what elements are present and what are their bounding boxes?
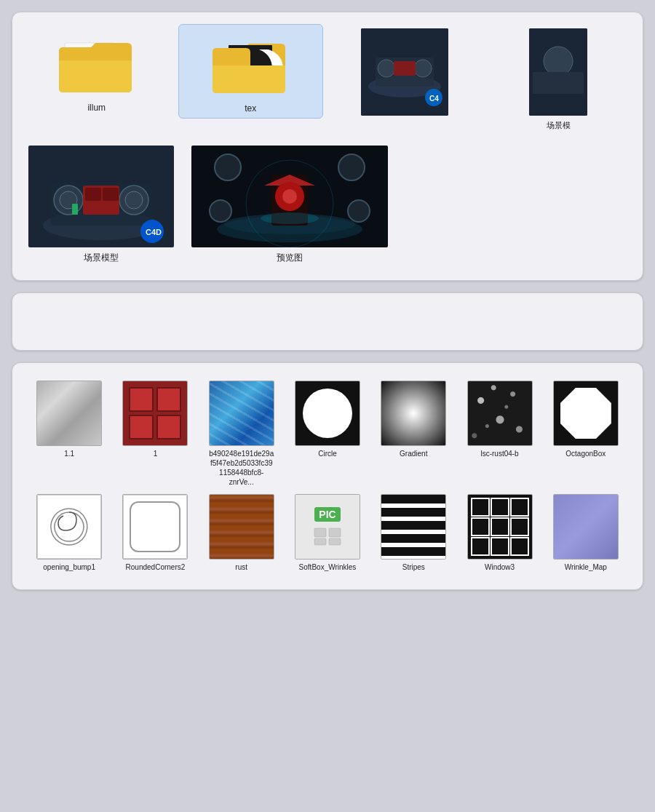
preview-large-graphic xyxy=(191,146,388,247)
pic-texture: PIC xyxy=(295,495,360,559)
preview-large-item[interactable]: 预览图 xyxy=(187,141,480,268)
asset-item-octagon[interactable]: OctagonBox xyxy=(547,381,625,487)
window-cell-1 xyxy=(471,498,490,517)
asset-thumb-rust xyxy=(209,494,274,560)
window-texture xyxy=(468,495,532,559)
pic-badge: PIC xyxy=(314,507,340,522)
asset-thumb-softbox: PIC xyxy=(295,494,360,560)
spiral-graphic xyxy=(47,505,91,549)
asset-label-stripes: Stripes xyxy=(402,562,425,572)
svg-rect-14 xyxy=(533,72,584,94)
window-cell-6 xyxy=(510,517,529,536)
asset-item-stripes[interactable]: Stripes xyxy=(374,494,453,572)
scene-model-partial-item[interactable]: 场景模 xyxy=(486,24,632,135)
preview-large-thumb xyxy=(191,146,388,247)
asset-item-gradient[interactable]: Gradient xyxy=(374,381,453,487)
wood-texture xyxy=(210,495,274,559)
svg-point-8 xyxy=(414,60,432,77)
folder-tex[interactable]: tex xyxy=(178,24,324,119)
svg-rect-23 xyxy=(85,188,101,201)
middle-panel xyxy=(12,292,643,351)
asset-label-opening: opening_bump1 xyxy=(43,562,95,572)
svg-text:C4D: C4D xyxy=(146,228,162,236)
asset-thumb-window3 xyxy=(467,494,533,560)
asset-thumb-rounded xyxy=(122,494,188,560)
purple-texture xyxy=(554,495,618,559)
svg-point-35 xyxy=(215,154,241,180)
top-panel: illum tex xyxy=(12,12,643,281)
asset-item-wrinkle[interactable]: Wrinkle_Map xyxy=(547,494,625,572)
svg-point-38 xyxy=(348,200,370,222)
asset-item-softbox[interactable]: PIC SoftBox_Wrinkles xyxy=(288,494,367,572)
svg-rect-40 xyxy=(314,528,326,537)
svg-rect-41 xyxy=(329,528,341,537)
svg-rect-9 xyxy=(394,61,416,76)
scene-model-large-item[interactable]: C4D 场景模型 xyxy=(24,141,178,268)
asset-label-gradient: Gradient xyxy=(400,449,427,458)
circle-texture xyxy=(295,381,360,445)
asset-item-1[interactable]: 1 xyxy=(116,381,194,487)
asset-item-circle[interactable]: Circle xyxy=(288,381,367,487)
asset-item-rust[interactable]: rust xyxy=(202,494,281,572)
folder-illum-label: illum xyxy=(87,103,106,113)
asset-label-wrinkle: Wrinkle_Map xyxy=(565,562,607,572)
folder-illum[interactable]: illum xyxy=(24,24,170,117)
svg-rect-43 xyxy=(329,538,341,545)
window-cell-2 xyxy=(491,498,509,517)
scene-model-large-graphic: C4D xyxy=(28,146,174,247)
folder-tex-label: tex xyxy=(245,103,256,114)
panel-tile-1 xyxy=(129,387,154,412)
octagon-texture xyxy=(554,381,618,445)
asset-label-1: 1 xyxy=(154,449,158,458)
asset-thumb-b490 xyxy=(209,381,274,446)
water-texture xyxy=(210,381,274,445)
asset-label-rounded: RoundedCorners2 xyxy=(126,562,186,572)
spiral-texture xyxy=(37,495,101,559)
scene-model-small-thumb: C4 xyxy=(361,28,448,116)
scene-model-small-item[interactable]: C4 xyxy=(332,24,477,120)
asset-thumb-lsc-rust xyxy=(467,381,533,446)
asset-label-circle: Circle xyxy=(318,449,337,458)
window-cell-3 xyxy=(510,498,529,517)
asset-thumb-1-1 xyxy=(36,381,102,446)
pic-puzzle-icon xyxy=(313,525,342,546)
rounded-rect-shape xyxy=(130,501,180,552)
scene-model-large-thumb: C4D xyxy=(28,146,174,247)
asset-thumb-octagon xyxy=(553,381,619,446)
window-cell-8 xyxy=(491,537,509,556)
svg-rect-24 xyxy=(103,188,119,201)
asset-label-window3: Window3 xyxy=(485,562,515,572)
asset-thumb-wrinkle xyxy=(553,494,619,560)
window-cell-4 xyxy=(471,517,490,536)
asset-item-b490[interactable]: b490248e191de29af5f47eb2d5033fc391158448… xyxy=(202,381,281,487)
svg-text:C4: C4 xyxy=(429,95,439,103)
window-cell-5 xyxy=(491,517,509,536)
scene-model-large-label: 场景模型 xyxy=(84,252,119,264)
scene-model-partial-thumb xyxy=(529,28,587,116)
asset-item-rounded[interactable]: RoundedCorners2 xyxy=(116,494,194,572)
svg-rect-42 xyxy=(314,538,326,545)
panel-tile-4 xyxy=(156,415,181,439)
scene-model-small-graphic: C4 xyxy=(361,28,448,116)
asset-item-opening[interactable]: opening_bump1 xyxy=(30,494,108,572)
asset-label-b490: b490248e191de29af5f47eb2d5033fc391158448… xyxy=(209,449,274,487)
scene-partial-graphic xyxy=(529,28,587,116)
scene-partial-label: 场景模 xyxy=(547,120,571,131)
asset-item-lsc-rust[interactable]: lsc-rust04-b xyxy=(460,381,539,487)
asset-label-lsc-rust: lsc-rust04-b xyxy=(480,449,518,458)
rust-texture xyxy=(468,381,532,445)
panel-tile-3 xyxy=(129,415,154,439)
asset-thumb-circle xyxy=(295,381,360,446)
svg-point-39 xyxy=(261,212,319,224)
asset-item-window3[interactable]: Window3 xyxy=(460,494,539,572)
svg-point-36 xyxy=(338,154,365,180)
asset-item-1-1[interactable]: 1.1 xyxy=(30,381,108,487)
preview-large-label: 预览图 xyxy=(191,252,388,264)
folder-tex-icon xyxy=(207,29,294,99)
metal-texture xyxy=(37,381,101,445)
asset-thumb-gradient xyxy=(381,381,446,446)
asset-thumb-1 xyxy=(122,381,188,446)
circle-shape xyxy=(303,389,352,438)
window-cell-7 xyxy=(471,537,490,556)
asset-label-rust: rust xyxy=(235,562,247,572)
